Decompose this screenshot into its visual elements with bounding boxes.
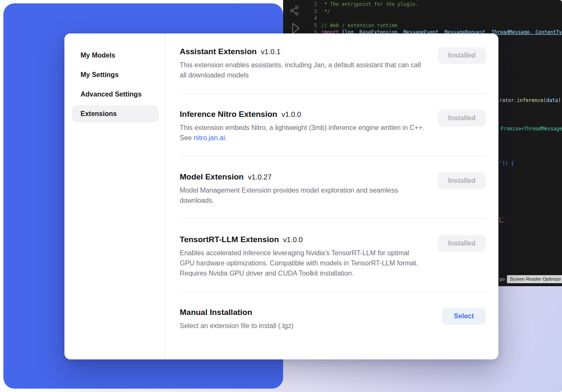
extension-description: Enables accelerated inference leveraging… [180,248,425,279]
manual-installation-row: Manual Installation Select an extension … [180,292,486,344]
share-branch-icon [290,5,299,16]
screen-reader-toast[interactable]: Screen Reader Optimize [507,275,562,283]
installed-button[interactable]: Installed [438,172,486,189]
sidebar-item-extensions[interactable]: Extensions [72,105,159,122]
code-line: */ [321,8,562,15]
select-file-button[interactable]: Select [442,308,486,325]
extension-title: Inference Nitro Extensionv1.0.0 [180,110,425,119]
extension-row-inference-nitro: Inference Nitro Extensionv1.0.0 This ext… [180,94,486,156]
extension-name: Inference Nitro Extension [180,110,277,119]
extension-row-tensorrt-llm: TensortRT-LLM Extensionv1.0.0 Enables ac… [180,219,486,292]
manual-installation-description: Select an extension file to install (.tg… [180,321,294,331]
editor-gutter: 23456 [304,1,317,36]
editor-code: * The entrypoint for the plugin. */ // W… [321,1,562,36]
extension-name: Assistant Extension [180,47,257,56]
settings-sidebar: My Models My Settings Advanced Settings … [64,33,165,359]
installed-button[interactable]: Installed [438,235,486,252]
status-text: go [499,276,505,282]
extension-version: v1.0.1 [261,48,281,56]
nitro-jan-ai-link[interactable]: nitro.jan.ai. [194,134,227,141]
extension-title: Assistant Extensionv1.0.1 [180,47,425,56]
extension-info: Model Extensionv1.0.27 Model Management … [180,172,425,206]
extension-description: This extension enables assistants, inclu… [180,60,425,80]
extension-action: Installed [438,172,486,189]
extension-action: Select [442,308,486,325]
extensions-panel: Assistant Extensionv1.0.1 This extension… [165,33,498,359]
extension-version: v1.0.27 [248,173,272,181]
manual-installation-title: Manual Installation [180,308,294,317]
extension-version: v1.0.0 [281,110,301,119]
code-line [321,15,562,22]
extension-action: Installed [438,235,486,252]
settings-modal: My Models My Settings Advanced Settings … [64,33,498,359]
line-number: 5 [304,22,317,29]
installed-button[interactable]: Installed [438,110,486,127]
extension-description: This extension embeds Nitro, a lightweig… [180,123,425,143]
extension-title: TensortRT-LLM Extensionv1.0.0 [180,235,425,244]
extension-action: Installed [438,110,486,127]
extension-name: Model Extension [180,172,244,181]
extension-title: Model Extensionv1.0.27 [180,172,425,182]
extension-description: Model Management Extension provides mode… [180,185,425,206]
extension-row-model: Model Extensionv1.0.27 Model Management … [180,156,486,219]
extension-info: Assistant Extensionv1.0.1 This extension… [180,47,425,80]
code-line: * The entrypoint for the plugin. [321,1,562,8]
extension-info: TensortRT-LLM Extensionv1.0.0 Enables ac… [180,235,425,279]
sidebar-item-my-settings[interactable]: My Settings [72,66,159,83]
extension-name: TensortRT-LLM Extension [180,235,279,244]
extension-row-assistant: Assistant Extensionv1.0.1 This extension… [180,47,486,94]
screenshot-root: 23456 * The entrypoint for the plugin. *… [0,0,562,392]
run-play-icon [290,22,301,35]
code-line: // Web / extension runtime [321,22,562,29]
line-number: 3 [304,8,317,15]
line-number: 2 [304,1,317,8]
installed-button[interactable]: Installed [438,47,486,64]
extension-info: Inference Nitro Extensionv1.0.0 This ext… [180,110,425,143]
extension-version: v1.0.0 [283,236,303,244]
extension-action: Installed [438,47,486,64]
line-number: 4 [304,15,317,22]
extension-info: Manual Installation Select an extension … [180,308,294,331]
sidebar-item-advanced-settings[interactable]: Advanced Settings [72,86,159,103]
sidebar-item-my-models[interactable]: My Models [72,47,159,64]
